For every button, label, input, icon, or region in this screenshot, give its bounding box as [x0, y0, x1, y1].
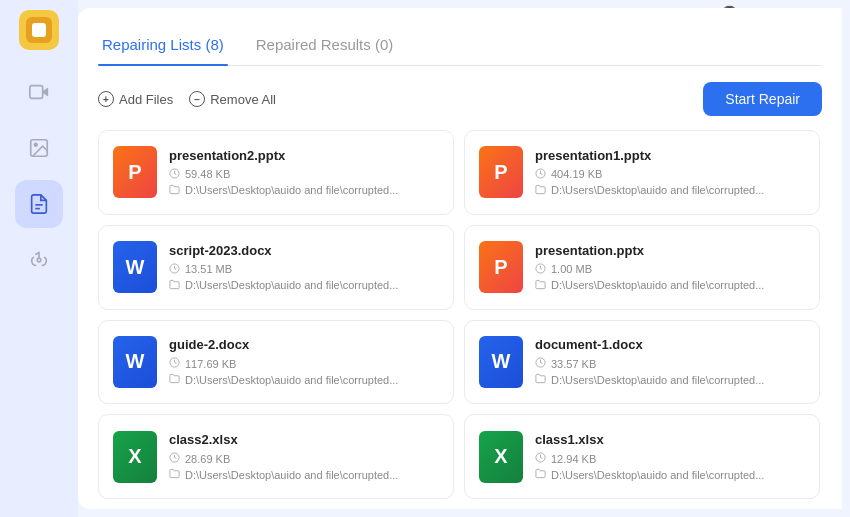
tab-bar: Repairing Lists (8) Repaired Results (0)	[98, 28, 822, 66]
toolbar-left: + Add Files − Remove All	[98, 91, 276, 107]
file-type-icon: X	[113, 431, 157, 483]
folder-icon	[535, 279, 546, 292]
folder-icon	[535, 184, 546, 197]
toolbar: + Add Files − Remove All Start Repair	[98, 82, 822, 116]
size-icon	[169, 168, 180, 181]
svg-point-6	[37, 258, 41, 262]
folder-icon	[169, 279, 180, 292]
sidebar-item-document[interactable]	[15, 180, 63, 228]
size-icon	[535, 452, 546, 465]
main-content: Repairing Lists (8) Repaired Results (0)…	[78, 8, 842, 509]
file-path: D:\Users\Desktop\auido and file\corrupte…	[535, 184, 805, 197]
file-type-icon: P	[479, 146, 523, 198]
file-info: document-1.docx 33.57 KB D:\Users\Deskto…	[535, 337, 805, 386]
start-repair-button[interactable]: Start Repair	[703, 82, 822, 116]
file-path: D:\Users\Desktop\auido and file\corrupte…	[535, 279, 805, 292]
add-icon: +	[98, 91, 114, 107]
size-icon	[169, 357, 180, 370]
folder-icon	[169, 373, 180, 386]
file-name: guide-2.docx	[169, 337, 439, 352]
file-card: X class1.xlsx 12.94 KB D:\Us	[464, 414, 820, 499]
svg-point-3	[34, 143, 37, 146]
file-path: D:\Users\Desktop\auido and file\corrupte…	[169, 184, 439, 197]
file-card: X class2.xlsx 28.69 KB D:\Us	[98, 414, 454, 499]
file-type-icon: W	[479, 336, 523, 388]
file-name: presentation2.pptx	[169, 148, 439, 163]
file-type-icon: P	[113, 146, 157, 198]
remove-icon: −	[189, 91, 205, 107]
file-info: class2.xlsx 28.69 KB D:\Users\Desktop\au…	[169, 432, 439, 481]
file-card: W script-2023.docx 13.51 MB	[98, 225, 454, 310]
file-grid: P presentation2.pptx 59.48 KB	[98, 130, 822, 499]
file-name: presentation1.pptx	[535, 148, 805, 163]
file-card: P presentation1.pptx 404.19 KB	[464, 130, 820, 215]
remove-all-button[interactable]: − Remove All	[189, 91, 276, 107]
file-size: 59.48 KB	[169, 168, 439, 181]
file-info: class1.xlsx 12.94 KB D:\Users\Desktop\au…	[535, 432, 805, 481]
app-logo	[19, 10, 59, 50]
file-size: 117.69 KB	[169, 357, 439, 370]
file-path: D:\Users\Desktop\auido and file\corrupte…	[169, 279, 439, 292]
add-files-button[interactable]: + Add Files	[98, 91, 173, 107]
file-type-icon: W	[113, 241, 157, 293]
file-name: class2.xlsx	[169, 432, 439, 447]
file-path: D:\Users\Desktop\auido and file\corrupte…	[535, 468, 805, 481]
file-path: D:\Users\Desktop\auido and file\corrupte…	[169, 373, 439, 386]
file-info: presentation.pptx 1.00 MB D:\Users\Deskt…	[535, 243, 805, 292]
file-path: D:\Users\Desktop\auido and file\corrupte…	[535, 373, 805, 386]
file-type-icon: P	[479, 241, 523, 293]
file-size: 404.19 KB	[535, 168, 805, 181]
file-type-icon: W	[113, 336, 157, 388]
size-icon	[169, 452, 180, 465]
file-size: 13.51 MB	[169, 263, 439, 276]
file-name: class1.xlsx	[535, 432, 805, 447]
file-info: guide-2.docx 117.69 KB D:\Users\Desktop\…	[169, 337, 439, 386]
folder-icon	[535, 468, 546, 481]
size-icon	[535, 357, 546, 370]
file-name: script-2023.docx	[169, 243, 439, 258]
file-info: presentation2.pptx 59.48 KB D:\Users\Des…	[169, 148, 439, 197]
folder-icon	[535, 373, 546, 386]
size-icon	[535, 263, 546, 276]
file-card: W guide-2.docx 117.69 KB D:\	[98, 320, 454, 405]
file-size: 28.69 KB	[169, 452, 439, 465]
sidebar-item-audio[interactable]	[15, 236, 63, 284]
file-path: D:\Users\Desktop\auido and file\corrupte…	[169, 468, 439, 481]
file-card: P presentation.pptx 1.00 MB	[464, 225, 820, 310]
sidebar-item-image[interactable]	[15, 124, 63, 172]
sidebar	[0, 0, 78, 517]
file-card: W document-1.docx 33.57 KB D	[464, 320, 820, 405]
file-name: presentation.pptx	[535, 243, 805, 258]
file-name: document-1.docx	[535, 337, 805, 352]
file-info: presentation1.pptx 404.19 KB D:\Users\De…	[535, 148, 805, 197]
file-info: script-2023.docx 13.51 MB D:\Users\Deskt…	[169, 243, 439, 292]
sidebar-item-video[interactable]	[15, 68, 63, 116]
size-icon	[169, 263, 180, 276]
file-size: 33.57 KB	[535, 357, 805, 370]
size-icon	[535, 168, 546, 181]
svg-rect-0	[30, 86, 43, 99]
tab-repairing-lists[interactable]: Repairing Lists (8)	[98, 28, 228, 65]
folder-icon	[169, 468, 180, 481]
folder-icon	[169, 184, 180, 197]
file-card: P presentation2.pptx 59.48 KB	[98, 130, 454, 215]
file-size: 12.94 KB	[535, 452, 805, 465]
file-size: 1.00 MB	[535, 263, 805, 276]
tab-repaired-results[interactable]: Repaired Results (0)	[252, 28, 398, 65]
svg-marker-1	[43, 87, 48, 96]
file-type-icon: X	[479, 431, 523, 483]
